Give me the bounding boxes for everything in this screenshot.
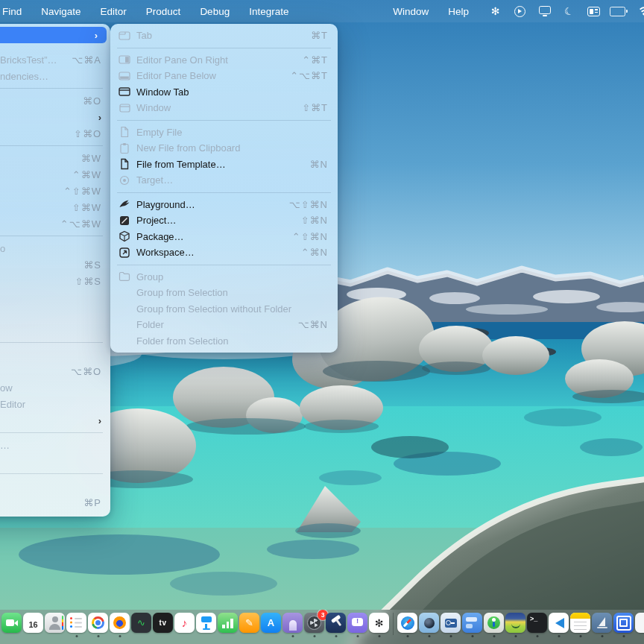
menubar-item-debug[interactable]: Debug (190, 6, 239, 17)
new-submenu-item-editor-pane-below: Editor Pane Below⌃⌥⌘T (110, 68, 338, 84)
shortcut: ⇧⌘T (302, 102, 328, 113)
file-menu-item: ⌘W (0, 150, 110, 166)
reminders-icon-shape (70, 617, 72, 619)
menubar-item-help[interactable]: Help (438, 6, 479, 17)
dock-icon-notes[interactable] (570, 613, 590, 633)
facetime-icon-shape (11, 620, 18, 626)
new-submenu-item-new-file-from-clipboard: New File from Clipboard (110, 140, 338, 157)
menu-separator (0, 429, 110, 437)
dock-icon-spiral[interactable] (613, 613, 634, 633)
label-tail: Editor (0, 399, 25, 410)
shortcut: ⌘S (83, 259, 101, 271)
dock-icon-terminal[interactable]: >_ (527, 613, 547, 633)
dock-icon-greenpin[interactable] (484, 613, 504, 633)
dock-icon-pages[interactable]: ✎ (239, 613, 259, 633)
activity-icon-glyph: ∿ (137, 618, 145, 628)
numbers-icon-shape (227, 622, 230, 628)
new-submenu-item-playground[interactable]: Playground…⌥⇧⌘N (110, 197, 338, 213)
new-submenu-item-package[interactable]: Package…⌃⇧⌘N (110, 229, 338, 245)
menu-separator (0, 232, 110, 240)
battery-status-icon[interactable] (612, 5, 625, 18)
dock-icon-chatgpt[interactable]: ✻ (369, 613, 389, 633)
dock-icon-webcam[interactable] (419, 613, 439, 633)
focus-status-icon[interactable]: ☾ (563, 5, 575, 18)
dock-icon-music[interactable]: ♪ (174, 613, 195, 633)
file-menu-item: ⌃⇧⌘W (0, 183, 110, 199)
file-menu-item: ow (0, 379, 110, 396)
file-menu-item (0, 306, 110, 322)
dock-icon-appletv[interactable]: tv (153, 613, 173, 633)
menubar-item-window[interactable]: Window (391, 6, 438, 17)
file-menu-item: ⌃⌘W (0, 166, 110, 183)
moon-icon: ☾ (563, 4, 575, 19)
dock-icon-partial[interactable] (635, 613, 644, 633)
dock-icon-chrome[interactable] (88, 613, 108, 633)
menu-separator (110, 189, 338, 197)
dock-icon-smile[interactable] (505, 613, 525, 633)
dock-icon-keynote[interactable] (196, 613, 216, 633)
window-layout-status-icon[interactable] (587, 5, 600, 18)
menubar-item-navigate[interactable]: Navigate (31, 6, 90, 17)
menubar-item-editor[interactable]: Editor (91, 6, 136, 17)
shortcut: ⇧⌘S (75, 276, 101, 287)
terminal-icon-glyph: >_ (530, 616, 537, 622)
new-submenu-item-tab: Tab⌘T (110, 28, 338, 44)
dock-icon-activity[interactable]: ∿ (131, 613, 151, 633)
menubar-item-find[interactable]: Find (0, 6, 31, 17)
running-indicator-dot (119, 635, 121, 637)
dock-icon-calendar[interactable]: 16 (23, 613, 43, 633)
dock-icon-sail[interactable] (592, 613, 612, 633)
new-submenu-item-editor-pane-on-right: Editor Pane On Right⌃⌘T (110, 52, 338, 69)
file-menu-item-new-highlighted[interactable]: › (0, 27, 107, 43)
running-indicator-dot (579, 635, 581, 637)
new-submenu-item-file-from-template[interactable]: File from Template…⌘N (110, 157, 338, 173)
shortcut: ⌃⌘T (302, 54, 328, 66)
display-status-icon[interactable] (538, 5, 551, 18)
chatgpt-status-icon[interactable]: ✻ (489, 5, 502, 18)
dock-icon-firefox[interactable] (110, 613, 130, 633)
dock-icon-vscode[interactable] (549, 613, 569, 633)
new-submenu-item-window-tab[interactable]: Window Tab (110, 84, 338, 101)
dock-icon-facetime[interactable] (1, 613, 22, 633)
new-submenu-item-group: Group (110, 269, 338, 285)
wifi-status-icon[interactable] (637, 5, 644, 18)
passwords-icon-shape (446, 620, 451, 625)
label: Empty File (136, 127, 182, 138)
dock-icon-feedback[interactable]: ! (347, 613, 367, 633)
shortcut: ⌘W (81, 153, 101, 164)
group-icon (118, 271, 130, 282)
file-menu-item: … (0, 437, 110, 453)
file-menu-item[interactable]: › (0, 109, 110, 125)
running-indicator-dot (471, 635, 473, 637)
file-menu-item: o (0, 240, 110, 256)
keynote-icon-shape (203, 628, 210, 630)
pane-below-icon (118, 70, 130, 82)
dock-icon-contacts[interactable] (45, 613, 65, 633)
dock-icon-passwords[interactable] (441, 613, 461, 633)
label: Group (136, 271, 163, 282)
running-indicator-dot (449, 635, 452, 637)
music-icon-glyph: ♪ (182, 617, 188, 628)
dock-icon-safari[interactable] (397, 613, 417, 633)
screen-record-status-icon[interactable] (514, 5, 526, 18)
dock-icon-appstore[interactable]: A (261, 613, 281, 633)
menubar-item-product[interactable]: Product (136, 6, 191, 17)
file-menu-item: ndencies… (0, 68, 110, 84)
dock-icon-xcode[interactable] (326, 613, 346, 633)
new-submenu-item-project[interactable]: Project…⇧⌘N (110, 212, 338, 229)
submenu-chevron-icon: › (95, 30, 98, 41)
new-submenu-item-empty-file: Empty File (110, 124, 338, 141)
dock-icon-reminders[interactable] (66, 613, 86, 633)
dock-icon-blueapp[interactable] (462, 613, 482, 633)
pages-icon-glyph: ✎ (245, 618, 253, 628)
dock-icon-numbers[interactable] (218, 613, 238, 633)
dock-icon-purpledoor[interactable] (282, 613, 303, 633)
running-indicator-dot (97, 635, 99, 637)
notes-icon-shape (570, 613, 590, 619)
new-submenu-item-workspace[interactable]: Workspace…⌃⌘N (110, 244, 338, 261)
dock-icon-gauge[interactable]: 3 (304, 613, 324, 633)
file-menu-item[interactable]: › (0, 412, 110, 429)
display-icon (539, 6, 551, 17)
menubar-item-integrate[interactable]: Integrate (239, 6, 298, 17)
notes-icon-shape (574, 622, 587, 630)
